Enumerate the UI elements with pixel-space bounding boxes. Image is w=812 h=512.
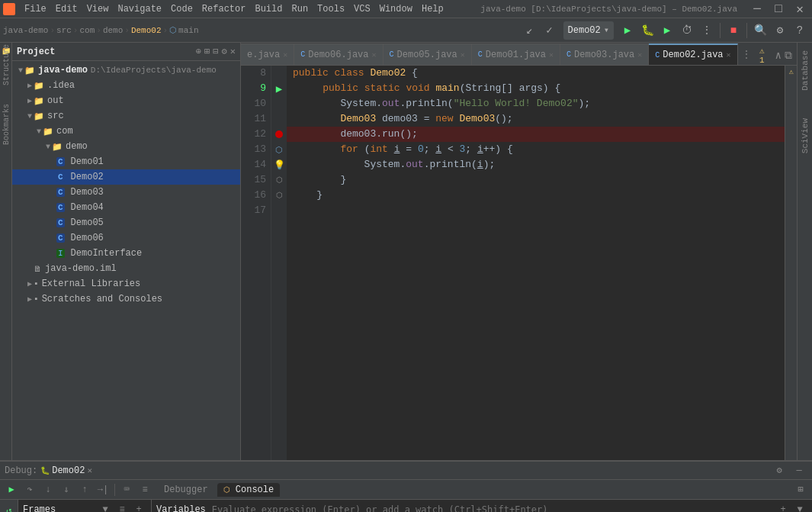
structure-label[interactable]: Structure [1, 60, 11, 70]
maximize-btn[interactable]: □ [769, 0, 788, 18]
code-editor[interactable]: public class Demo02 { public static void… [287, 66, 785, 460]
tab-demo05[interactable]: C Demo05.java ✕ [384, 43, 472, 65]
tree-src[interactable]: ▼ 📁 src [12, 108, 240, 124]
sync-icon[interactable]: ⊞ [204, 46, 210, 57]
tree-demointerface[interactable]: I DemoInterface [12, 246, 240, 261]
breakpoint-dot[interactable] [275, 130, 283, 138]
gutter-12[interactable] [271, 127, 287, 142]
menu-refactor[interactable]: Refactor [197, 2, 251, 16]
tree-demo04[interactable]: C Demo04 [12, 200, 240, 215]
close-tab-e-java-icon[interactable]: ✕ [283, 50, 287, 60]
settings-btn[interactable]: ⚙ [771, 21, 789, 40]
close-tab-demo06-icon[interactable]: ✕ [371, 50, 376, 60]
breadcrumb-src[interactable]: src [56, 26, 72, 35]
debug-close-btn[interactable]: ─ [791, 462, 807, 479]
menu-file[interactable]: File [20, 2, 51, 16]
tree-demo06[interactable]: C Demo06 [12, 230, 240, 246]
more-run-btn[interactable]: ⋮ [698, 21, 716, 40]
stop-btn[interactable]: ■ [724, 21, 743, 40]
tree-demo01[interactable]: C Demo01 [12, 154, 240, 169]
breadcrumb-demo02[interactable]: Demo02 [131, 26, 162, 35]
menu-navigate[interactable]: Navigate [113, 2, 166, 16]
close-btn[interactable]: ✕ [791, 0, 809, 18]
tree-demo02[interactable]: C Demo02 [12, 169, 240, 185]
close-tab-demo01-icon[interactable]: ✕ [549, 50, 554, 60]
tree-root[interactable]: ▼ 📁 java-demo D:\IdeaProjects\java-demo [12, 63, 240, 78]
menu-view[interactable]: View [82, 2, 114, 16]
tree-com[interactable]: ▼ 📁 com [12, 124, 240, 139]
evaluate-btn[interactable]: ⌨ [118, 481, 135, 498]
tab-e-java[interactable]: e.java ✕ [241, 43, 294, 65]
breadcrumb-project[interactable]: java-demo [3, 26, 48, 35]
gear-icon[interactable]: ⚙ [222, 46, 227, 57]
tree-iml[interactable]: ▶ 🗎 java-demo.iml [12, 261, 240, 276]
force-step-into-btn[interactable]: ⇓ [58, 481, 75, 498]
tree-scratches[interactable]: ▶ ▪ Scratches and Consoles [12, 291, 240, 307]
split-editor-icon[interactable]: ⧉ [785, 50, 792, 62]
expand-watch-btn[interactable]: ▼ [792, 502, 807, 512]
menu-vcs[interactable]: VCS [349, 2, 375, 16]
menu-code[interactable]: Code [166, 2, 197, 16]
layout-btn[interactable]: ⊞ [792, 481, 809, 498]
vcs-commit-btn[interactable]: ✓ [541, 21, 559, 40]
close-panel-icon[interactable]: ✕ [230, 46, 236, 57]
collapse-icon[interactable]: ⊟ [213, 46, 218, 57]
breadcrumb-demo[interactable]: demo [103, 26, 123, 35]
close-tab-demo03-icon[interactable]: ✕ [637, 50, 642, 60]
menu-help[interactable]: Help [417, 2, 448, 16]
more-tabs-icon[interactable]: ⋮ [738, 43, 755, 65]
run-config-selector[interactable]: Demo02 ▾ [563, 21, 614, 40]
breadcrumb-main[interactable]: main [178, 26, 198, 35]
run-btn[interactable]: ▶ [618, 21, 637, 40]
tree-demo03[interactable]: C Demo03 [12, 185, 240, 200]
step-over-btn[interactable]: ↷ [21, 481, 38, 498]
warning-indicator[interactable]: ⚠ 1 [759, 46, 772, 65]
filter-frames-btn[interactable]: ▼ [98, 502, 113, 512]
debug-btn[interactable]: 🐛 [638, 21, 656, 40]
add-frame-btn[interactable]: + [131, 502, 146, 512]
tab-demo06[interactable]: C Demo06.java ✕ [294, 43, 383, 65]
tab-demo01[interactable]: C Demo01.java ✕ [472, 43, 560, 65]
run-to-cursor-btn[interactable]: →| [95, 481, 111, 498]
search-everywhere-btn[interactable]: 🔍 [751, 21, 769, 40]
step-into-btn[interactable]: ↓ [40, 481, 56, 498]
filter-frames-toggle[interactable]: ≡ [114, 502, 130, 512]
evaluate-expression-input[interactable] [212, 504, 775, 512]
tab-demo03[interactable]: C Demo03.java ✕ [560, 43, 649, 65]
close-debug-icon[interactable]: ✕ [87, 465, 92, 475]
minimize-btn[interactable]: ─ [748, 0, 766, 18]
tree-out[interactable]: ▶ 📁 out [12, 93, 240, 108]
menu-tools[interactable]: Tools [313, 2, 349, 16]
tab-debugger[interactable]: Debugger [158, 483, 214, 497]
add-watch-btn[interactable]: + [775, 502, 791, 512]
close-tab-demo05-icon[interactable]: ✕ [461, 50, 465, 60]
tree-external-libs[interactable]: ▶ ▪ External Libraries [12, 276, 240, 291]
trace-btn[interactable]: ≡ [136, 481, 153, 498]
close-tab-demo02-icon[interactable]: ✕ [727, 50, 731, 60]
tree-demo05[interactable]: C Demo05 [12, 215, 240, 230]
tab-console[interactable]: ⬡ Console [217, 483, 281, 497]
sciview-panel-label[interactable]: SciView [799, 114, 811, 158]
src-expand-icon: ▼ [27, 112, 32, 121]
menu-edit[interactable]: Edit [51, 2, 82, 16]
vcs-update-btn[interactable]: ↙ [521, 21, 539, 40]
collapse-editor-icon[interactable]: ∧ [775, 49, 782, 62]
tab-demo02[interactable]: C Demo02.java ✕ [649, 43, 737, 65]
profile-btn[interactable]: ⏱ [678, 21, 696, 40]
help-btn[interactable]: ? [791, 21, 809, 40]
add-module-icon[interactable]: ⊕ [196, 46, 201, 57]
menu-window[interactable]: Window [375, 2, 417, 16]
bookmarks-label[interactable]: Bookmarks [1, 119, 11, 130]
menu-run[interactable]: Run [287, 2, 313, 16]
breadcrumb-com[interactable]: com [79, 26, 95, 35]
debug-config-tab[interactable]: 🐛 Demo02 ✕ [40, 465, 92, 476]
debug-settings-btn[interactable]: ⚙ [771, 462, 788, 479]
tree-demo[interactable]: ▼ 📁 demo [12, 139, 240, 154]
resume-btn[interactable]: ▶ [3, 481, 20, 498]
run-coverage-btn[interactable]: ▶ [658, 21, 676, 40]
menu-build[interactable]: Build [250, 2, 287, 16]
tree-idea[interactable]: ▶ 📁 .idea [12, 78, 240, 93]
step-out-btn[interactable]: ↑ [76, 481, 93, 498]
rerun-btn[interactable]: ↺ [2, 503, 17, 512]
database-panel-label[interactable]: Database [799, 46, 811, 95]
